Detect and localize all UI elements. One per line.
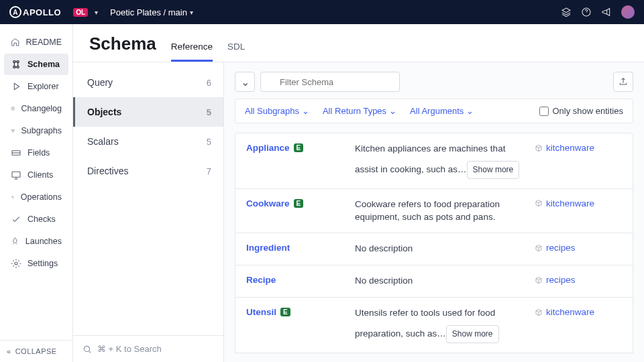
settings-icon xyxy=(11,258,21,269)
share-button[interactable] xyxy=(613,72,633,92)
search-trigger[interactable]: ⌘ + K to Search xyxy=(73,335,223,362)
sidebar-item-subgraphs[interactable]: Subgraphs xyxy=(4,120,68,141)
brand-logo[interactable]: A APOLLO xyxy=(9,6,61,18)
share-icon xyxy=(619,77,628,86)
filter-schema-input[interactable] xyxy=(260,72,400,92)
graph-label: Poetic Plates / main xyxy=(110,7,187,17)
schema-category-nav: Query6Objects5Scalars5Directives7 ⌘ + K … xyxy=(73,62,224,362)
topbar-actions xyxy=(561,5,635,19)
megaphone-icon[interactable] xyxy=(601,7,612,17)
show-more-button[interactable]: Show more xyxy=(467,161,520,179)
chevron-left-icon: « xyxy=(7,347,11,355)
tab-sdl[interactable]: SDL xyxy=(227,42,245,62)
only-entities-checkbox[interactable] xyxy=(539,107,549,116)
cube-icon xyxy=(535,144,543,152)
object-name-link[interactable]: UtensilE xyxy=(246,307,347,317)
chevron-down-icon: ▾ xyxy=(95,9,98,16)
object-description: Utensils refer to tools used for food pr… xyxy=(355,307,527,343)
schema-icon xyxy=(11,59,21,70)
sidebar-item-label: Settings xyxy=(28,259,58,268)
object-row: UtensilEUtensils refer to tools used for… xyxy=(235,298,633,353)
filter-subgraphs[interactable]: All Subgraphs⌄ xyxy=(245,106,309,116)
category-label: Scalars xyxy=(87,136,119,147)
subgraph-link[interactable]: kitchenware xyxy=(535,198,622,208)
graph-picker[interactable]: Poetic Plates / main ▾ xyxy=(110,7,193,17)
sidebar-item-launches[interactable]: Launches xyxy=(4,231,68,252)
category-label: Query xyxy=(87,77,113,88)
search-icon xyxy=(83,345,92,354)
object-description: No description xyxy=(355,243,527,255)
sidebar-item-label: Fields xyxy=(28,148,50,158)
category-directives[interactable]: Directives7 xyxy=(73,156,223,186)
subgraph-link[interactable]: kitchenware xyxy=(535,307,622,317)
category-query[interactable]: Query6 xyxy=(73,68,223,97)
sidebar-item-operations[interactable]: Operations xyxy=(4,186,68,208)
cube-icon xyxy=(535,199,543,207)
category-count: 5 xyxy=(207,107,211,117)
only-entities-toggle[interactable]: Only show entities xyxy=(539,106,624,116)
changelog-icon xyxy=(11,103,15,114)
sidebar-item-fields[interactable]: Fields xyxy=(4,142,68,164)
avatar[interactable] xyxy=(621,5,635,19)
svg-rect-1 xyxy=(11,107,14,110)
object-row: ApplianceEKitchen appliances are machine… xyxy=(235,133,633,189)
chevron-down-icon: ⌄ xyxy=(302,106,309,116)
object-row: RecipeNo descriptionrecipes xyxy=(235,265,633,298)
svg-point-8 xyxy=(84,346,89,351)
filter-arguments[interactable]: All Arguments⌄ xyxy=(410,106,474,116)
show-more-button[interactable]: Show more xyxy=(446,325,499,343)
svg-point-4 xyxy=(13,131,13,132)
object-name-link[interactable]: CookwareE xyxy=(246,198,347,208)
svg-point-3 xyxy=(13,129,14,130)
org-switcher[interactable]: OL ▾ xyxy=(73,8,98,17)
object-description: Kitchen appliances are machines that ass… xyxy=(355,143,527,179)
subgraphs-icon xyxy=(11,125,15,136)
svg-rect-6 xyxy=(12,172,20,177)
category-objects[interactable]: Objects5 xyxy=(73,97,223,127)
only-entities-label: Only show entities xyxy=(553,106,624,116)
svg-point-7 xyxy=(15,262,17,265)
subgraph-link[interactable]: kitchenware xyxy=(535,143,622,153)
sidebar-item-settings[interactable]: Settings xyxy=(4,253,68,274)
page-header: Schema ReferenceSDL xyxy=(73,24,644,62)
subgraph-link[interactable]: recipes xyxy=(535,275,622,285)
category-count: 6 xyxy=(207,78,211,88)
object-row: CookwareECookware refers to food prepara… xyxy=(235,189,633,234)
checks-icon xyxy=(11,214,21,225)
cube-icon xyxy=(535,244,543,252)
filter-input-wrap xyxy=(260,72,608,92)
sidebar-item-explorer[interactable]: Explorer xyxy=(4,76,68,97)
sidebar-item-changelog[interactable]: Changelog xyxy=(4,98,68,119)
sidebar-item-schema[interactable]: Schema xyxy=(4,54,68,75)
filter-bar: All Subgraphs⌄ All Return Types⌄ All Arg… xyxy=(235,99,633,123)
readme-icon xyxy=(11,37,20,48)
launches-icon xyxy=(11,236,19,247)
chevron-down-icon: ⌄ xyxy=(241,76,250,88)
object-name-link[interactable]: ApplianceE xyxy=(246,143,347,153)
help-icon[interactable] xyxy=(581,7,592,17)
object-name-link[interactable]: Ingredient xyxy=(246,243,347,253)
sidebar-item-label: Clients xyxy=(28,170,53,180)
content-pane: ⌄ All Subgraphs⌄ All Return Types⌄ All A… xyxy=(224,62,644,362)
filter-return-types[interactable]: All Return Types⌄ xyxy=(323,106,396,116)
sidebar-item-label: Changelog xyxy=(21,104,62,113)
object-name-link[interactable]: Recipe xyxy=(246,275,347,285)
entity-badge: E xyxy=(280,308,290,316)
category-scalars[interactable]: Scalars5 xyxy=(73,127,223,156)
entity-badge: E xyxy=(294,199,304,208)
sidebar-item-readme[interactable]: README xyxy=(4,32,68,53)
sidebar-item-checks[interactable]: Checks xyxy=(4,208,68,230)
expand-button[interactable]: ⌄ xyxy=(235,72,255,92)
cube-icon xyxy=(535,308,543,316)
category-count: 7 xyxy=(207,166,211,176)
explorer-icon xyxy=(11,81,21,92)
sidebar-rail: READMESchemaExplorerChangelogSubgraphsFi… xyxy=(0,24,73,362)
category-label: Directives xyxy=(87,166,128,176)
collapse-label: COLLAPSE xyxy=(15,347,57,355)
subgraph-link[interactable]: recipes xyxy=(535,243,622,253)
tab-reference[interactable]: Reference xyxy=(171,42,213,62)
layers-icon[interactable] xyxy=(561,7,572,17)
sidebar-item-clients[interactable]: Clients xyxy=(4,164,68,186)
schema-toolbar: ⌄ xyxy=(235,72,633,92)
collapse-button[interactable]: « COLLAPSE xyxy=(0,340,72,362)
